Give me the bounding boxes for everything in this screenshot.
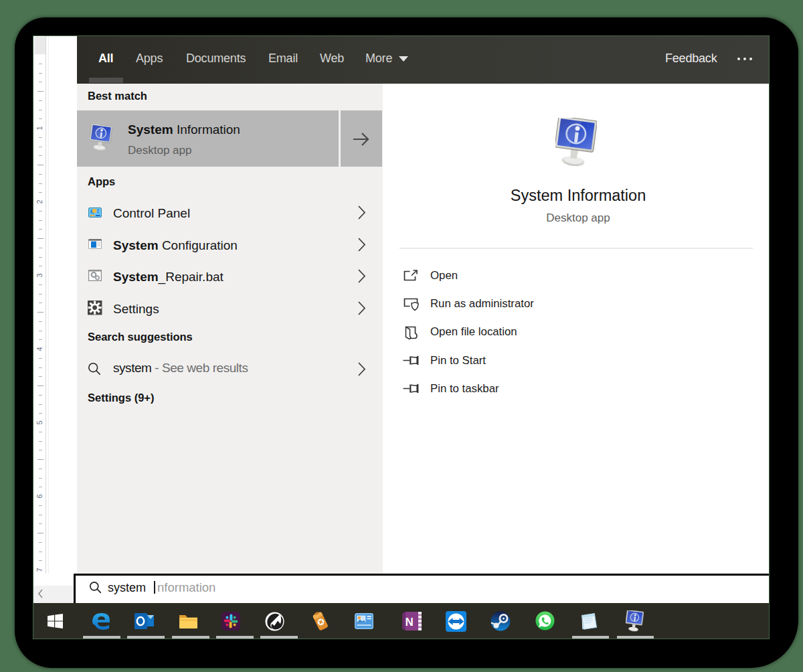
- svg-text:N: N: [406, 616, 414, 628]
